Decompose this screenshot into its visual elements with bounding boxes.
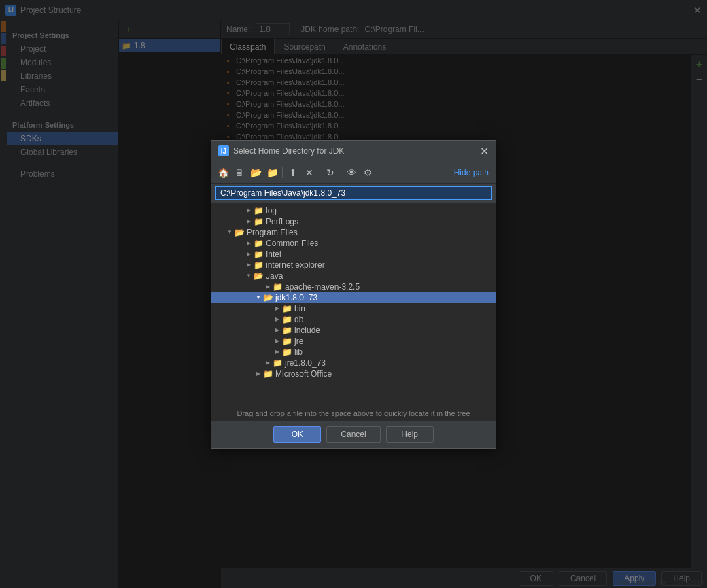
folder-icon: 📁 [282, 347, 292, 357]
tree-item-program-files[interactable]: ▼ 📂 Program Files [211, 227, 496, 238]
tree-item-bin[interactable]: ▶ 📁 bin [211, 303, 496, 314]
tree-arrow-jre180: ▶ [263, 360, 273, 366]
folder-open-button[interactable]: 📂 [248, 165, 263, 180]
folder-icon: 📁 [282, 326, 292, 335]
refresh-button[interactable]: ↻ [323, 165, 338, 180]
tree-item-lib[interactable]: ▶ 📁 lib [211, 347, 496, 358]
modal-toolbar: 🏠 🖥 📂 📁 ⬆ ✕ ↻ 👁 ⚙ Hide path [211, 162, 496, 184]
tree-arrow-db: ▶ [273, 316, 282, 322]
tree-item-java[interactable]: ▼ 📂 Java [211, 271, 496, 281]
home-button[interactable]: 🏠 [215, 165, 230, 180]
more-button[interactable]: ⚙ [360, 165, 375, 180]
tree-item-maven[interactable]: ▶ 📁 apache-maven-3.2.5 [211, 281, 496, 292]
modal-help-button[interactable]: Help [386, 426, 434, 443]
modal-tree: ▶ 📁 log ▶ 📁 PerfLogs ▼ 📂 Program Files [211, 203, 496, 407]
tree-arrow-include: ▶ [273, 327, 282, 333]
folder-icon: 📁 [273, 282, 283, 292]
tree-arrow-jre: ▶ [273, 338, 282, 344]
select-home-directory-modal: IJ Select Home Directory for JDK ✕ 🏠 🖥 📂… [211, 140, 496, 449]
modal-title-bar: IJ Select Home Directory for JDK ✕ [211, 141, 496, 162]
modal-overlay: IJ Select Home Directory for JDK ✕ 🏠 🖥 📂… [0, 0, 707, 588]
tree-item-msoffice[interactable]: ▶ 📁 Microsoft Office [211, 368, 496, 379]
tree-arrow-intel: ▶ [244, 251, 254, 257]
tree-item-log[interactable]: ▶ 📁 log [211, 205, 496, 216]
tree-arrow-lib: ▶ [273, 349, 282, 355]
tree-arrow-program-files: ▼ [225, 229, 235, 235]
tree-arrow-bin: ▶ [273, 305, 282, 311]
modal-buttons: OK Cancel Help [211, 420, 496, 448]
modal-title-text: Select Home Directory for JDK [233, 146, 480, 156]
tree-arrow-msoffice: ▶ [254, 370, 263, 377]
folder-icon: 📁 [254, 260, 264, 270]
tree-item-jre1.8.0_73[interactable]: ▶ 📁 jre1.8.0_73 [211, 358, 496, 368]
folder-icon: 📁 [254, 239, 264, 248]
modal-close-button[interactable]: ✕ [480, 145, 489, 158]
hide-path-button[interactable]: Hide path [451, 167, 492, 179]
folder-icon: 📁 [254, 217, 264, 226]
modal-cancel-button[interactable]: Cancel [326, 426, 380, 443]
modal-ok-button[interactable]: OK [273, 426, 321, 443]
folder-icon: 📁 [254, 249, 264, 259]
folder-icon: 📁 [263, 369, 273, 379]
tree-arrow-log: ▶ [244, 207, 254, 213]
tree-arrow-common-files: ▶ [244, 240, 254, 246]
desktop-button[interactable]: 🖥 [232, 165, 247, 180]
modal-drag-drop-hint: Drag and drop a file into the space abov… [211, 407, 496, 420]
modal-path-input[interactable] [215, 186, 492, 200]
toolbar-separator-3 [341, 167, 341, 178]
folder-icon: 📁 [254, 206, 264, 215]
tree-arrow-perflogs: ▶ [244, 218, 254, 224]
folder-new-button[interactable]: 📁 [264, 165, 279, 180]
show-hidden-button[interactable]: 👁 [344, 165, 359, 180]
folder-icon: 📁 [282, 315, 292, 324]
toolbar-separator [282, 167, 283, 178]
tree-item-intel[interactable]: ▶ 📁 Intel [211, 249, 496, 260]
tree-item-include[interactable]: ▶ 📁 include [211, 325, 496, 336]
tree-item-db[interactable]: ▶ 📁 db [211, 314, 496, 325]
folder-icon: 📂 [254, 271, 264, 281]
collapse-all-button[interactable]: ✕ [302, 165, 317, 180]
tree-item-jre[interactable]: ▶ 📁 jre [211, 336, 496, 347]
folder-icon: 📁 [282, 304, 292, 313]
folder-icon: 📂 [263, 293, 273, 302]
tree-arrow-java: ▼ [244, 273, 254, 279]
tree-arrow-ie: ▶ [244, 262, 254, 268]
toolbar-separator-2 [320, 167, 320, 178]
expand-all-button[interactable]: ⬆ [286, 165, 300, 180]
folder-icon: 📁 [282, 336, 292, 346]
folder-icon: 📂 [235, 228, 245, 237]
tree-item-ie[interactable]: ▶ 📁 internet explorer [211, 260, 496, 271]
modal-icon: IJ [218, 145, 229, 156]
folder-icon: 📁 [273, 358, 283, 368]
tree-arrow-jdk: ▼ [254, 294, 263, 300]
tree-item-common-files[interactable]: ▶ 📁 Common Files [211, 238, 496, 249]
tree-item-jdk[interactable]: ▼ 📂 jdk1.8.0_73 [211, 292, 496, 303]
modal-path-row [211, 184, 496, 203]
tree-item-perflogs[interactable]: ▶ 📁 PerfLogs [211, 216, 496, 227]
tree-arrow-maven: ▶ [263, 283, 273, 290]
